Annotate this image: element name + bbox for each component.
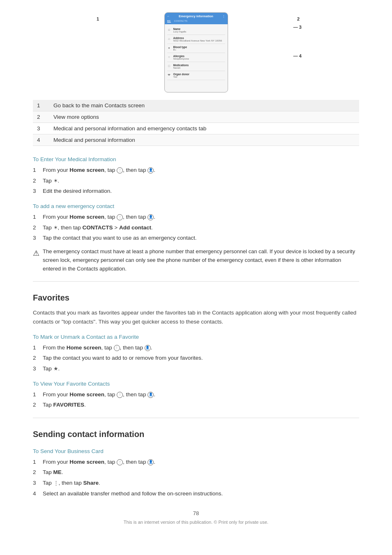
phone-allergy-icon: ○ (167, 55, 171, 59)
business-step-text-1: From your Home screen, tap ⋮, then tap 👤… (43, 458, 359, 467)
business-step-text-3: Tap ⋮, then tap Share. (43, 479, 359, 488)
emergency-step-num-3: 3 (33, 234, 43, 243)
mark-step-1: 1 From the Home screen, tap ⋮, then tap … (33, 343, 359, 352)
contacts-icon-2: 👤 (148, 214, 154, 220)
annotation-text-1: Go back to the main Contacts screen (49, 100, 359, 111)
annotation-text-2: View more options (49, 111, 359, 123)
phone-medication-field: Medications Narain (173, 64, 189, 69)
mark-step-3: 3 Tap ★. (33, 364, 359, 373)
phone-organ-value: Yes (173, 76, 189, 78)
callout-label-1: 1 (97, 16, 99, 21)
favorites-description: Contacts that you mark as favorites appe… (33, 308, 359, 326)
annotation-num-3: 3 (33, 123, 49, 134)
apps-icon-1: ⋮ (117, 167, 123, 173)
business-step-text-2: Tap ME. (43, 468, 359, 477)
phone-allergy-field: Allergies Streptomycine (173, 55, 189, 60)
phone-row-medications: □ Medications Narain (167, 62, 225, 71)
emergency-step-text-1: From your Home screen, tap ⋮, then tap 👤… (43, 213, 359, 222)
phone-medication-value: Narain (173, 67, 189, 69)
warning-icon: ⚠ (33, 247, 39, 259)
business-card-steps: 1 From your Home screen, tap ⋮, then tap… (33, 458, 359, 498)
emergency-step-3: 3 Tap the contact that you want to use a… (33, 234, 359, 243)
callout-label-2: 2 (297, 16, 300, 21)
view-steps-list: 1 From your Home screen, tap ⋮, then tap… (33, 390, 359, 409)
favorites-title: Favorites (33, 293, 359, 304)
phone-tab-bar: ME CONTACTS (165, 20, 228, 24)
annotation-row-4: 4 Medical and personal information (33, 134, 359, 146)
business-step-num-3: 3 (33, 479, 43, 488)
phone-menu-icon: ⋮ (222, 15, 225, 18)
annotation-row-3: 3 Medical and personal information and e… (33, 123, 359, 134)
footer-text: This is an internet version of this publ… (33, 520, 359, 525)
phone-blood-field: Blood type B+ (173, 46, 187, 51)
view-step-text-1: From your Home screen, tap ⋮, then tap 👤… (43, 390, 359, 399)
mark-step-text-2: Tap the contact you want to add to or re… (43, 354, 359, 363)
phone-tab-contacts: CONTACTS (174, 20, 188, 23)
apps-icon-3: ⋮ (114, 345, 120, 351)
page: ← Emergency information ⋮ ME CONTACTS ☺ … (0, 0, 392, 555)
settings-icon-2: ✶ (53, 224, 58, 232)
mark-step-2: 2 Tap the contact you want to add to or … (33, 354, 359, 363)
phone-row-allergies: ○ Allergies Streptomycine (167, 53, 225, 62)
business-step-num-2: 2 (33, 468, 43, 477)
dots-icon: ⋮ (53, 479, 59, 488)
view-step-2: 2 Tap FAVORITES. (33, 400, 359, 409)
callout-label-3: ― 3 (293, 25, 302, 30)
phone-blood-value: B+ (173, 49, 187, 51)
phone-organ-field: Organ donor Yes (173, 73, 189, 78)
annotation-num-2: 2 (33, 111, 49, 123)
favorites-section: Favorites Contacts that you mark as favo… (33, 293, 359, 409)
phone-name-value: Lucy Ingalls (173, 30, 187, 33)
phone-organ-label: Organ donor (173, 73, 189, 76)
view-step-num-2: 2 (33, 400, 43, 409)
contacts-icon-4: 👤 (148, 392, 154, 398)
annotation-text-4: Medical and personal information (49, 134, 359, 146)
emergency-step-num-2: 2 (33, 223, 43, 232)
view-subsection-title: To View Your Favorite Contacts (33, 381, 359, 387)
annotation-text-3: Medical and personal information and eme… (49, 123, 359, 134)
business-step-3: 3 Tap ⋮, then tap Share. (33, 479, 359, 488)
phone-name-field: Name Lucy Ingalls (173, 28, 187, 33)
medical-step-num-3: 3 (33, 187, 43, 196)
mark-step-text-1: From the Home screen, tap ⋮, then tap 👤. (43, 343, 359, 352)
phone-tab-me: ME (167, 20, 171, 23)
emergency-step-num-1: 1 (33, 213, 43, 222)
mark-step-num-2: 2 (33, 354, 43, 363)
mark-subsection-title: To Mark or Unmark a Contact as a Favorit… (33, 334, 359, 340)
medical-step-text-2: Tap ✶. (43, 176, 359, 185)
phone-person-icon: ☺ (167, 28, 171, 32)
mark-step-num-1: 1 (33, 343, 43, 352)
medical-step-text-3: Edit the desired information. (43, 187, 359, 196)
mark-step-text-3: Tap ★. (43, 364, 359, 373)
emergency-step-text-2: Tap ✶, then tap CONTACTS > Add contact. (43, 223, 359, 232)
warning-text: The emergency contact must have at least… (43, 247, 359, 273)
medical-step-3: 3 Edit the desired information. (33, 187, 359, 196)
phone-screenshot: ← Emergency information ⋮ ME CONTACTS ☺ … (164, 12, 228, 92)
view-step-text-2: Tap FAVORITES. (43, 400, 359, 409)
emergency-contact-section: To add a new emergency contact 1 From yo… (33, 203, 359, 273)
star-icon: ★ (53, 365, 58, 373)
warning-box: ⚠ The emergency contact must have at lea… (33, 247, 359, 273)
phone-name-label: Name (173, 28, 187, 30)
medical-step-text-1: From your Home screen, tap ⋮, then tap 👤… (43, 166, 359, 175)
medical-step-num-1: 1 (33, 166, 43, 175)
phone-back-icon: ← (167, 15, 170, 18)
emergency-subsection-title: To add a new emergency contact (33, 203, 359, 209)
phone-row-name: ☺ Name Lucy Ingalls (167, 26, 225, 35)
annotation-num-4: 4 (33, 134, 49, 146)
phone-address-value: 5032 Woodland Avenue New York NY 10056 (173, 39, 222, 42)
medical-step-2: 2 Tap ✶. (33, 176, 359, 185)
phone-location-icon: ⌂ (167, 37, 171, 41)
divider-2 (33, 418, 359, 418)
phone-address-label: Address (173, 37, 222, 39)
phone-row-blood: ● Blood type B+ (167, 44, 225, 53)
medical-step-1: 1 From your Home screen, tap ⋮, then tap… (33, 166, 359, 175)
medical-step-num-2: 2 (33, 176, 43, 185)
business-step-2: 2 Tap ME. (33, 468, 359, 477)
phone-allergy-value: Streptomycine (173, 58, 189, 60)
view-step-num-1: 1 (33, 390, 43, 399)
annotation-row-1: 1 Go back to the main Contacts screen (33, 100, 359, 111)
phone-area: ← Emergency information ⋮ ME CONTACTS ☺ … (33, 12, 359, 92)
phone-organ-icon: ❤ (167, 73, 171, 77)
phone-allergy-label: Allergies (173, 55, 189, 58)
